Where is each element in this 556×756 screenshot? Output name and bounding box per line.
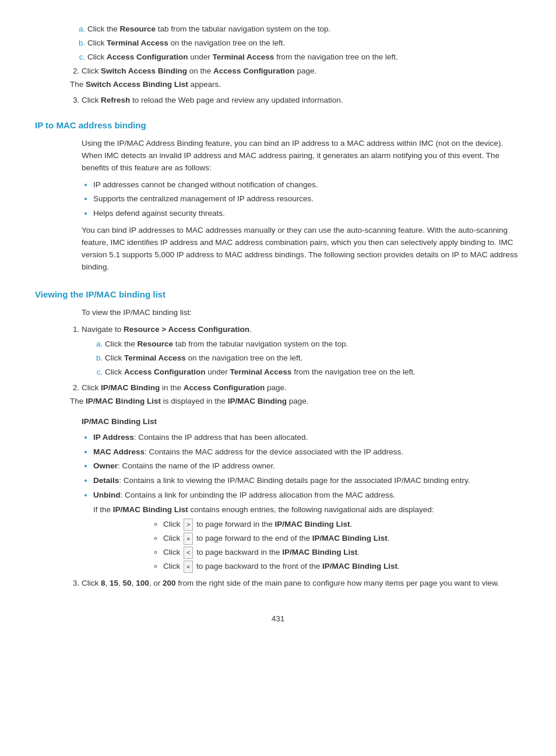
intro-step-c: Click Access Configuration under Termina… <box>87 51 521 64</box>
viewing-step-3-list: Click 8, 15, 50, 100, or 200 from the ri… <box>70 578 521 590</box>
main-step-2: Click Switch Access Binding on the Acces… <box>82 65 521 91</box>
binding-mac: MAC Address: Contains the MAC address fo… <box>93 446 521 459</box>
nav-btn-backward-front[interactable]: « <box>184 561 193 573</box>
viewing-steps: Navigate to Resource > Access Configurat… <box>70 324 521 408</box>
bullet-3: Helps defend against security threats. <box>93 208 521 220</box>
binding-list-heading: IP/MAC Binding List <box>82 416 521 428</box>
viewing-step-1c: Click Access Configuration under Termina… <box>105 366 521 379</box>
ip-mac-para1: Using the IP/MAC Address Binding feature… <box>82 138 521 174</box>
viewing-intro: To view the IP/MAC binding list: <box>82 307 521 319</box>
viewing-step-1: Navigate to Resource > Access Configurat… <box>82 324 521 379</box>
viewing-step-2: Click IP/MAC Binding in the Access Confi… <box>82 382 521 408</box>
ip-mac-heading: IP to MAC address binding <box>35 118 521 132</box>
viewing-heading: Viewing the IP/MAC binding list <box>35 288 521 301</box>
binding-ip: IP Address: Contains the IP address that… <box>93 432 521 444</box>
nav-btn-backward[interactable]: < <box>184 547 193 559</box>
nav-backward: Click < to page backward in the IP/MAC B… <box>163 547 521 559</box>
binding-owner: Owner: Contains the name of the IP addre… <box>93 460 521 473</box>
nav-forward-end: Click » to page forward to the end of th… <box>163 533 521 545</box>
binding-details: Details: Contains a link to viewing the … <box>93 475 521 487</box>
main-step-3: Click Refresh to reload the Web page and… <box>82 94 521 107</box>
viewing-step-1a: Click the Resource tab from the tabular … <box>105 338 521 351</box>
ip-mac-bullets: IP addresses cannot be changed without n… <box>93 179 521 220</box>
nav-forward: Click > to page forward in the IP/MAC Bi… <box>163 519 521 531</box>
bullet-2: Supports the centralized management of I… <box>93 193 521 205</box>
intro-step-a: Click the Resource tab from the tabular … <box>87 23 521 36</box>
intro-alpha-list: Click the Resource tab from the tabular … <box>35 23 521 64</box>
page-number: 431 <box>35 613 521 625</box>
bullet-1: IP addresses cannot be changed without n… <box>93 179 521 191</box>
nav-btn-forward[interactable]: > <box>184 519 193 531</box>
intro-step-b: Click Terminal Access on the navigation … <box>87 37 521 50</box>
main-steps: Click Switch Access Binding on the Acces… <box>70 65 521 107</box>
binding-list-bullets: IP Address: Contains the IP address that… <box>93 432 521 573</box>
viewing-step-1b: Click Terminal Access on the navigation … <box>105 352 521 365</box>
nav-backward-front: Click « to page backward to the front of… <box>163 561 521 573</box>
viewing-step-3: Click 8, 15, 50, 100, or 200 from the ri… <box>82 578 521 590</box>
binding-unbind: Unbind: Contains a link for unbinding th… <box>93 489 521 573</box>
ip-mac-para2: You can bind IP addresses to MAC address… <box>82 225 521 274</box>
nav-btn-forward-end[interactable]: » <box>184 533 193 545</box>
